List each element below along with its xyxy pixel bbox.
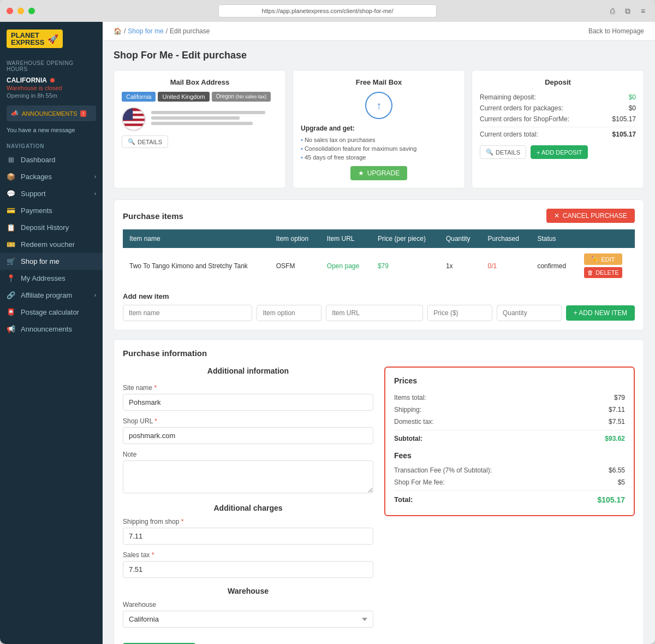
page-content: Shop For Me - Edit purchase Mail Box Add… — [103, 41, 655, 644]
purchase-information-section: Purchase information Additional informat… — [114, 339, 644, 644]
back-to-homepage-link[interactable]: Back to Homepage — [588, 27, 644, 35]
tab-california[interactable]: California — [122, 92, 156, 102]
breadcrumb-shopforme[interactable]: Shop for me — [128, 27, 163, 35]
address-line-3 — [151, 122, 253, 125]
deposit-total-value: $105.17 — [612, 131, 636, 138]
logo-box: PLANETEXPRESS 🚀 — [7, 29, 63, 48]
col-price: Price (per piece) — [371, 229, 439, 248]
address-icon: 📍 — [7, 274, 15, 282]
announcements-nav-icon: 📢 — [7, 325, 15, 333]
subtotal-label: Subtotal: — [394, 435, 422, 442]
packages-icon: 📦 — [7, 173, 15, 181]
col-quantity: Quantity — [439, 229, 481, 248]
mailbox-content — [122, 107, 278, 131]
site-name-label: Site name * — [123, 384, 373, 392]
upgrade-subtitle: Upgrade and get: — [301, 125, 457, 132]
svg-rect-3 — [123, 121, 145, 124]
window-actions: ⎙ ⧉ ≡ — [607, 5, 648, 16]
deposit-packages: Current orders for packages: $0 — [480, 103, 636, 114]
col-item-name: Item name — [123, 229, 270, 248]
deposit-packages-label: Current orders for packages: — [480, 104, 563, 112]
sidebar-item-announcements[interactable]: 📢 Announcements — [0, 321, 103, 338]
shipping-group: Shipping from shop * — [123, 518, 373, 545]
chevron-right-icon: › — [94, 292, 96, 298]
add-item-label: Add new item — [123, 292, 635, 300]
share-icon[interactable]: ⎙ — [607, 5, 618, 16]
announce-icon: 📣 — [11, 110, 19, 117]
note-textarea[interactable] — [123, 460, 373, 493]
warehouse-select[interactable]: California — [123, 611, 373, 628]
purchase-info-title: Purchase information — [123, 348, 635, 358]
sidebar-item-postage[interactable]: 📮 Postage calculator — [0, 304, 103, 321]
item-price-cell: $79 — [371, 248, 439, 283]
delete-item-button[interactable]: 🗑 DELETE — [584, 267, 622, 278]
menu-icon[interactable]: ≡ — [638, 5, 648, 16]
warehouse-name: CALIFORNIA — [7, 76, 96, 84]
deposit-history-icon: 📋 — [7, 223, 15, 232]
site-name-input[interactable] — [123, 394, 373, 411]
status-dot-icon — [50, 78, 55, 82]
maximize-button[interactable] — [28, 8, 35, 14]
upgrade-button[interactable]: ★ UPGRADE — [350, 166, 407, 180]
add-deposit-button[interactable]: + ADD DEPOSIT — [531, 145, 588, 159]
item-option-input[interactable] — [257, 305, 321, 321]
items-total-row: Items total: $79 — [394, 392, 625, 404]
free-mailbox-title: Free Mail Box — [301, 78, 457, 86]
warehouse-group: Warehouse California — [123, 601, 373, 628]
deposit-remaining-value: $0 — [629, 93, 636, 101]
edit-item-button[interactable]: ✏️ EDIT — [584, 253, 622, 265]
warehouse-label: WAREHOUSE OPENING HOURS — [0, 56, 103, 76]
search-icon: 🔍 — [486, 149, 493, 156]
shop-url-label: Shop URL * — [123, 417, 373, 425]
address-line-1 — [151, 111, 265, 114]
site-name-group: Site name * — [123, 384, 373, 411]
open-page-link[interactable]: Open page — [327, 262, 359, 270]
duplicate-icon[interactable]: ⧉ — [622, 5, 633, 16]
col-actions — [577, 229, 635, 248]
sidebar-item-my-addresses[interactable]: 📍 My Addresses — [0, 270, 103, 287]
shop-url-input[interactable] — [123, 427, 373, 444]
warehouse-section-title: Warehouse — [123, 587, 373, 595]
nav-label: NAVIGATION — [0, 138, 103, 151]
url-bar[interactable]: https://app.planetexpress.com/client/sho… — [218, 4, 437, 17]
add-item-row: + ADD NEW ITEM — [123, 305, 635, 321]
item-purchased-cell: 0/1 — [481, 248, 531, 283]
sidebar-item-deposit-history[interactable]: 📋 Deposit History — [0, 219, 103, 236]
sidebar-item-packages[interactable]: 📦 Packages › — [0, 168, 103, 185]
item-status-cell: confirmed — [531, 248, 577, 283]
prices-box: Prices Items total: $79 Shipping: $7.11 — [384, 367, 635, 516]
sidebar-item-redeem-voucher[interactable]: 🎫 Redeem voucher — [0, 236, 103, 253]
tab-uk[interactable]: United Kingdom — [158, 92, 209, 102]
item-name-input[interactable] — [123, 305, 252, 321]
mailbox-details-button[interactable]: 🔍 DETAILS — [122, 135, 168, 148]
mac-window: https://app.planetexpress.com/client/sho… — [0, 0, 655, 644]
upgrade-icon: ↑ — [365, 92, 392, 119]
section-header: Purchase items ✕ CANCEL PURCHASE — [123, 209, 635, 223]
announcements-banner[interactable]: 📣 ANNOUNCEMENTS ! — [7, 105, 96, 121]
item-quantity-input[interactable] — [497, 305, 562, 321]
item-url-input[interactable] — [326, 305, 423, 321]
sidebar-item-affiliate[interactable]: 🔗 Affiliate program › — [0, 287, 103, 304]
sidebar-item-payments[interactable]: 💳 Payments — [0, 202, 103, 219]
forms-column: Additional information Site name * — [123, 367, 373, 644]
sales-tax-input[interactable] — [123, 561, 373, 578]
sidebar-item-support[interactable]: 💬 Support › — [0, 185, 103, 202]
sidebar-item-dashboard[interactable]: ⊞ Dashboard — [0, 151, 103, 168]
total-value: $105.17 — [597, 495, 625, 504]
cancel-purchase-button[interactable]: ✕ CANCEL PURCHASE — [546, 209, 635, 223]
minimize-button[interactable] — [17, 8, 24, 14]
address-lines — [151, 111, 278, 127]
tab-oregon[interactable]: Oregon (No sales-tax) — [212, 92, 271, 102]
deposit-details-button[interactable]: 🔍 DETAILS — [480, 145, 526, 159]
sidebar: PLANETEXPRESS 🚀 WAREHOUSE OPENING HOURS … — [0, 22, 103, 644]
item-actions-cell: ✏️ EDIT 🗑 DELETE — [577, 248, 635, 283]
close-button[interactable] — [7, 8, 13, 14]
sidebar-item-shop-for-me[interactable]: 🛒 Shop for me — [0, 253, 103, 270]
svg-rect-5 — [123, 108, 133, 120]
shop-url-group: Shop URL * — [123, 417, 373, 444]
col-item-url: Item URL — [320, 229, 371, 248]
add-new-item-button[interactable]: + ADD NEW ITEM — [566, 305, 635, 321]
additional-info-title: Additional information — [123, 367, 373, 375]
item-price-input[interactable] — [427, 305, 492, 321]
shipping-input[interactable] — [123, 528, 373, 545]
